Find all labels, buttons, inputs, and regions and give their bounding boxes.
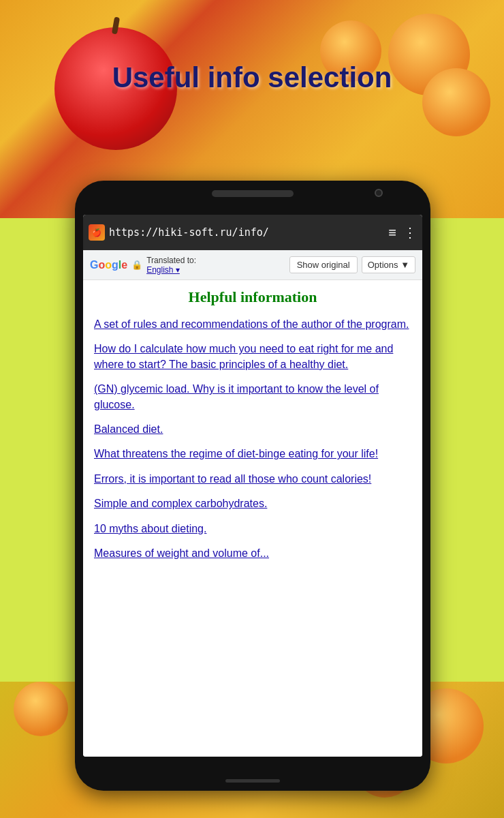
link-4[interactable]: Balanced diet. xyxy=(94,422,411,437)
phone-frame: 🍎 https://hiki-soft.ru/info/ ≡ ⋮ Google … xyxy=(75,181,430,791)
orange-decoration-6 xyxy=(14,682,68,736)
url-text[interactable]: https://hiki-soft.ru/info/ xyxy=(109,226,379,239)
google-logo: Google xyxy=(90,259,127,271)
translate-bar: Google 🔒 Translated to: English ▾ Show o… xyxy=(83,250,422,280)
phone-speaker xyxy=(212,190,294,197)
address-bar: 🍎 https://hiki-soft.ru/info/ ≡ ⋮ xyxy=(83,215,422,250)
google-letter-o2: o xyxy=(105,259,112,271)
link-5[interactable]: What threatens the regime of diet-binge … xyxy=(94,446,411,461)
translated-to-text: Translated to: xyxy=(146,256,196,265)
lock-icon: 🔒 xyxy=(131,260,142,270)
site-icon: 🍎 xyxy=(89,224,105,241)
google-letter-e: e xyxy=(121,259,127,271)
phone-camera xyxy=(375,189,383,197)
phone-bottom-bar xyxy=(225,779,280,783)
google-letter-o1: o xyxy=(98,259,105,271)
content-title: Helpful information xyxy=(94,288,411,306)
link-6[interactable]: Errors, it is important to read all thos… xyxy=(94,472,411,487)
link-3[interactable]: (GN) glycemic load. Why is it important … xyxy=(94,382,411,412)
menu-icon[interactable]: ≡ xyxy=(388,225,396,241)
link-7[interactable]: Simple and complex carbohydrates. xyxy=(94,496,411,511)
google-letter-g2: g xyxy=(112,259,119,271)
link-9[interactable]: Measures of weight and volume of... xyxy=(94,546,411,561)
link-8[interactable]: 10 myths about dieting. xyxy=(94,521,411,536)
options-button[interactable]: Options ▼ xyxy=(362,256,415,273)
translate-language[interactable]: English ▾ xyxy=(146,265,180,275)
more-options-icon[interactable]: ⋮ xyxy=(403,224,417,241)
phone-screen: 🍎 https://hiki-soft.ru/info/ ≡ ⋮ Google … xyxy=(83,215,422,757)
translate-label: Translated to: English ▾ xyxy=(146,256,285,275)
show-original-button[interactable]: Show original xyxy=(289,256,358,273)
page-title: Useful info selection xyxy=(0,61,504,94)
link-1[interactable]: A set of rules and recommendations of th… xyxy=(94,317,411,332)
google-letter-g: G xyxy=(90,259,98,271)
link-2[interactable]: How do I calculate how much you need to … xyxy=(94,342,411,372)
web-content: Helpful information A set of rules and r… xyxy=(83,280,422,757)
